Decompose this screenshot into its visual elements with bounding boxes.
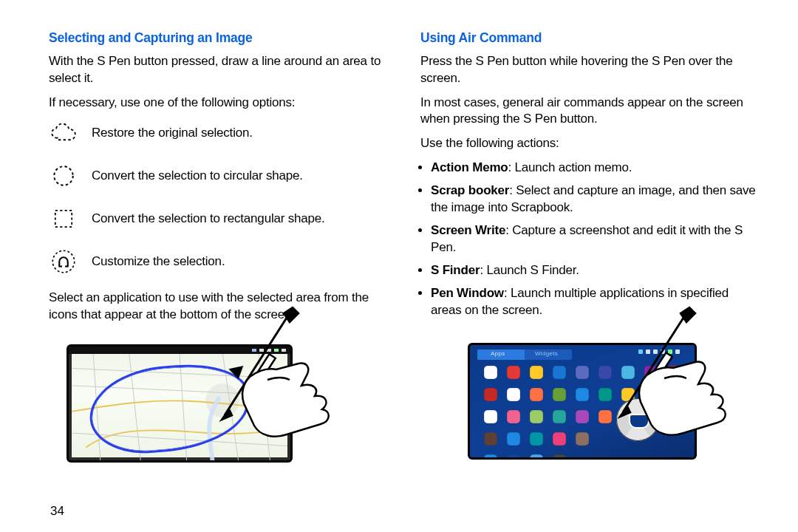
- status-icons: [635, 349, 687, 357]
- option-label: Restore the original selection.: [92, 125, 253, 142]
- heading-air-command: Using Air Command: [420, 30, 760, 47]
- right-p1: Press the S Pen button while hovering th…: [420, 53, 760, 87]
- app-icon: [484, 410, 497, 423]
- app-icon: [553, 366, 566, 379]
- right-actions-lead: Use the following actions:: [420, 135, 760, 152]
- option-label: Customize the selection.: [92, 253, 225, 270]
- app-icon: [553, 388, 566, 401]
- statusbar: [69, 347, 290, 354]
- app-icon: [576, 388, 589, 401]
- app-icon: [667, 388, 681, 401]
- figure-air-command: [468, 343, 697, 460]
- app-icon: [507, 366, 520, 379]
- page-number: 34: [50, 503, 64, 520]
- action-item: Scrap booker: Select and capture an imag…: [431, 183, 760, 216]
- figure-map-lasso: [66, 344, 293, 463]
- app-icon: [530, 410, 543, 423]
- option-circle: Convert the selection to circular shape.: [49, 161, 388, 191]
- app-icon: [553, 410, 566, 423]
- tablet-apps: [468, 343, 697, 460]
- options-list: Restore the original selection. Convert …: [49, 118, 388, 276]
- circle-dashed-icon: [49, 161, 78, 191]
- left-intro: With the S Pen button pressed, draw a li…: [49, 53, 388, 87]
- app-icon: [530, 454, 543, 460]
- tabbar: [477, 349, 572, 360]
- option-label: Convert the selection to circular shape.: [92, 168, 303, 185]
- svg-point-0: [54, 167, 73, 186]
- option-restore: Restore the original selection.: [49, 118, 388, 148]
- option-custom: Customize the selection.: [49, 247, 388, 276]
- app-icon: [553, 454, 566, 460]
- option-label: Convert the selection to rectangular sha…: [92, 211, 325, 228]
- right-column: Using Air Command Press the S Pen button…: [420, 30, 760, 463]
- app-icon: [598, 366, 612, 379]
- app-icon: [484, 432, 497, 446]
- cloud-dashed-icon: [49, 118, 78, 148]
- magnet-dashed-icon: [49, 247, 78, 276]
- app-icon: [553, 432, 566, 446]
- right-p2: In most cases, general air commands appe…: [420, 95, 760, 129]
- app-icon: [598, 410, 612, 423]
- app-icon: [507, 432, 520, 446]
- app-icon: [598, 388, 612, 401]
- left-options-lead: If necessary, use one of the following o…: [49, 95, 388, 112]
- app-icon: [507, 410, 520, 423]
- app-icon: [576, 410, 589, 423]
- app-icon: [621, 366, 635, 379]
- left-column: Selecting and Capturing an Image With th…: [49, 30, 388, 463]
- left-after-options: Select an application to use with the se…: [49, 290, 388, 324]
- app-icon: [484, 454, 497, 460]
- app-icon: [484, 388, 497, 401]
- action-item: Screen Write: Capture a screenshot and e…: [431, 222, 760, 256]
- app-icon: [530, 388, 543, 401]
- actions-list: Action Memo: Launch action memo. Scrap b…: [420, 160, 760, 319]
- app-icon: [507, 454, 520, 460]
- app-icon: [576, 432, 589, 446]
- app-icon: [667, 410, 681, 423]
- air-command-wheel: [616, 398, 659, 441]
- tablet-frame: [66, 344, 293, 463]
- app-icon: [644, 388, 658, 401]
- app-icon: [667, 366, 681, 379]
- option-rect: Convert the selection to rectangular sha…: [49, 204, 388, 233]
- app-icon: [644, 366, 658, 379]
- app-icon: [484, 366, 497, 379]
- svg-rect-1: [55, 211, 72, 227]
- app-icon: [576, 366, 589, 379]
- action-item: Pen Window: Launch multiple applications…: [431, 285, 760, 319]
- action-item: S Finder: Launch S Finder.: [431, 262, 760, 279]
- action-item: Action Memo: Launch action memo.: [431, 160, 760, 177]
- app-icon: [530, 432, 543, 446]
- app-icon: [507, 388, 520, 401]
- svg-point-2: [52, 251, 74, 273]
- rect-dashed-icon: [49, 204, 78, 233]
- heading-selecting: Selecting and Capturing an Image: [49, 30, 388, 47]
- app-icon: [530, 366, 543, 379]
